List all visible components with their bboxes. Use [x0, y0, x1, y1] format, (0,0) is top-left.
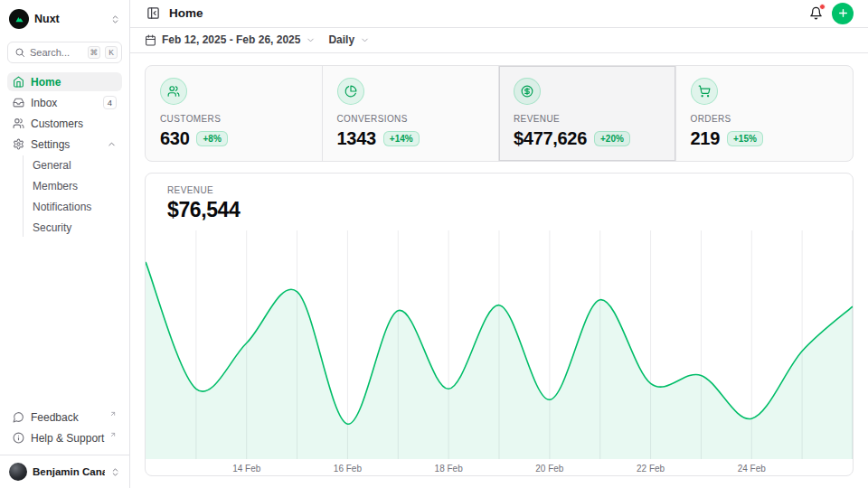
sidebar-item-home[interactable]: Home — [7, 72, 122, 91]
granularity-select[interactable]: Daily — [328, 33, 370, 46]
sidebar-item-label: Customers — [31, 117, 117, 130]
external-link-icon — [109, 428, 117, 441]
chart-canvas — [146, 230, 853, 459]
sidebar-footer: Feedback Help & Support — [0, 408, 129, 455]
stat-card-orders[interactable]: ORDERS 219 +15% — [676, 66, 854, 161]
inbox-icon — [13, 97, 24, 108]
stat-label: CONVERSIONS — [337, 114, 485, 124]
sidebar-item-members[interactable]: Members — [27, 176, 122, 195]
stat-value: $477,626 — [514, 128, 587, 149]
x-tick-label: 14 Feb — [232, 464, 260, 474]
stat-delta-badge: +20% — [594, 131, 630, 146]
stat-value: 1343 — [337, 128, 376, 149]
sidebar-item-notifications[interactable]: Notifications — [27, 197, 122, 216]
external-link-icon — [109, 408, 117, 420]
sidebar-item-inbox[interactable]: Inbox 4 — [7, 93, 122, 112]
chevrons-up-down-icon — [110, 467, 120, 477]
plus-icon — [837, 7, 849, 19]
sidebar-nav: Home Inbox 4 Customers Settings — [0, 72, 129, 239]
kbd-cmd: ⌘ — [88, 46, 101, 59]
stat-delta-badge: +14% — [383, 131, 420, 146]
stats-panel: CUSTOMERS 630 +8% CONVERSIONS 1343 +14% — [145, 65, 854, 162]
nuxt-logo-icon — [9, 9, 29, 29]
sidebar-spacer — [0, 239, 129, 408]
panel-left-close-icon — [146, 6, 160, 20]
chart-metric-value: $76,544 — [167, 198, 831, 222]
x-tick-label: 18 Feb — [435, 464, 463, 474]
users-icon — [13, 117, 24, 129]
sidebar-item-general[interactable]: General — [27, 155, 122, 174]
notification-dot — [819, 4, 826, 10]
chart-x-axis: 14 Feb16 Feb18 Feb20 Feb22 Feb24 Feb — [146, 459, 853, 479]
content: CUSTOMERS 630 +8% CONVERSIONS 1343 +14% — [130, 53, 868, 488]
sidebar-item-settings[interactable]: Settings — [7, 135, 122, 154]
add-button[interactable] — [832, 3, 854, 24]
stat-label: CUSTOMERS — [160, 114, 307, 124]
stat-label: ORDERS — [691, 114, 839, 124]
app-window: Nuxt Search... ⌘ K Home — [0, 0, 868, 488]
sidebar-item-customers[interactable]: Customers — [7, 114, 122, 133]
granularity-value: Daily — [328, 33, 354, 46]
chevron-down-icon — [306, 35, 316, 45]
settings-subnav: General Members Notifications Security — [23, 155, 122, 237]
sidebar: Nuxt Search... ⌘ K Home — [0, 0, 130, 488]
x-tick-label: 16 Feb — [334, 464, 362, 474]
chevron-up-icon — [107, 139, 117, 149]
users-icon — [160, 78, 187, 105]
stat-value: 630 — [160, 128, 189, 149]
main-area: Home Feb 12, 2025 - Feb 26, 2025 — [130, 0, 868, 488]
user-menu[interactable]: Benjamin Canac — [0, 455, 129, 488]
info-circle-icon — [13, 432, 24, 444]
stat-label: REVENUE — [514, 114, 661, 124]
filter-toolbar: Feb 12, 2025 - Feb 26, 2025 Daily — [130, 28, 868, 53]
kbd-k: K — [105, 46, 118, 59]
team-name: Nuxt — [34, 13, 105, 25]
search-icon — [14, 47, 25, 58]
home-icon — [13, 76, 24, 88]
chevron-down-icon — [360, 35, 370, 45]
stat-card-conversions[interactable]: CONVERSIONS 1343 +14% — [323, 66, 500, 161]
search-input[interactable]: Search... ⌘ K — [7, 42, 122, 63]
sidebar-item-help-support[interactable]: Help & Support — [7, 428, 122, 447]
collapse-sidebar-button[interactable] — [145, 5, 162, 22]
x-tick-label: 20 Feb — [535, 464, 563, 474]
stat-card-customers[interactable]: CUSTOMERS 630 +8% — [146, 66, 323, 161]
team-switcher[interactable]: Nuxt — [0, 0, 129, 36]
x-tick-label: 24 Feb — [738, 464, 766, 474]
stat-card-revenue[interactable]: REVENUE $477,626 +20% — [499, 66, 676, 161]
chart-pie-icon — [337, 78, 364, 105]
sidebar-item-security[interactable]: Security — [27, 218, 122, 237]
inbox-count-badge: 4 — [103, 96, 117, 109]
date-range-picker[interactable]: Feb 12, 2025 - Feb 26, 2025 — [145, 33, 316, 46]
message-bubble-icon — [13, 411, 24, 423]
date-range-value: Feb 12, 2025 - Feb 26, 2025 — [162, 33, 300, 46]
x-tick-label: 22 Feb — [637, 464, 665, 474]
notifications-button[interactable] — [807, 5, 825, 22]
page-title: Home — [169, 6, 203, 20]
shopping-cart-icon — [691, 78, 718, 105]
sidebar-item-label: Inbox — [31, 97, 97, 109]
calendar-icon — [145, 34, 156, 46]
chevrons-up-down-icon — [110, 14, 120, 24]
circle-dollar-icon — [514, 78, 541, 105]
topbar: Home — [130, 0, 868, 28]
avatar — [9, 463, 27, 481]
sidebar-item-feedback[interactable]: Feedback — [7, 408, 122, 427]
user-name: Benjamin Canac — [33, 466, 105, 477]
revenue-area-chart[interactable] — [146, 230, 853, 459]
chart-metric-label: REVENUE — [167, 185, 831, 195]
stat-delta-badge: +8% — [196, 131, 227, 146]
search-placeholder: Search... — [30, 47, 83, 58]
sidebar-item-label: Settings — [31, 138, 100, 151]
gear-icon — [13, 138, 24, 150]
revenue-chart-card: REVENUE $76,544 14 Feb16 Feb18 Feb20 Feb… — [145, 173, 854, 476]
chart-header: REVENUE $76,544 — [146, 174, 853, 230]
sidebar-item-label: Home — [31, 76, 117, 89]
stat-delta-badge: +15% — [727, 131, 763, 146]
stat-value: 219 — [691, 128, 720, 149]
